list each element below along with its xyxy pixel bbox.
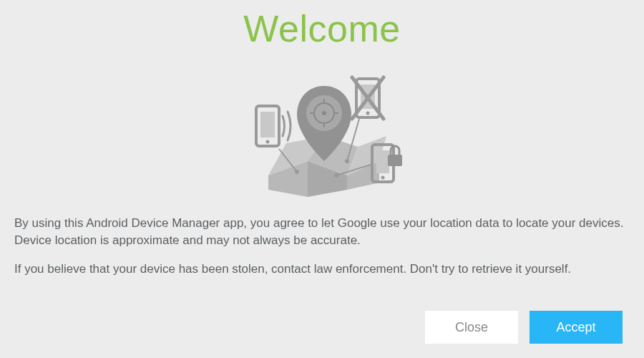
accept-button[interactable]: Accept <box>530 311 623 344</box>
disclaimer-paragraph-2: If you believe that your device has been… <box>14 261 630 278</box>
disclaimer-paragraph-1: By using this Android Device Manager app… <box>14 215 630 249</box>
phone-ring-icon <box>256 106 291 146</box>
dialog-buttons: Close Accept <box>425 311 623 344</box>
page-title: Welcome <box>0 7 644 50</box>
svg-point-8 <box>322 111 326 115</box>
svg-point-24 <box>345 159 349 163</box>
svg-point-20 <box>366 112 370 115</box>
svg-point-30 <box>334 173 338 178</box>
svg-point-15 <box>266 140 270 144</box>
svg-rect-26 <box>376 150 389 173</box>
svg-point-27 <box>381 176 385 180</box>
svg-rect-28 <box>388 155 402 166</box>
svg-point-17 <box>295 170 299 174</box>
close-button[interactable]: Close <box>425 311 518 344</box>
svg-rect-14 <box>260 112 275 137</box>
device-map-illustration <box>0 64 644 200</box>
illustration-svg <box>229 64 415 200</box>
phone-erase-icon <box>352 77 384 119</box>
disclaimer-text: By using this Android Device Manager app… <box>0 215 644 277</box>
